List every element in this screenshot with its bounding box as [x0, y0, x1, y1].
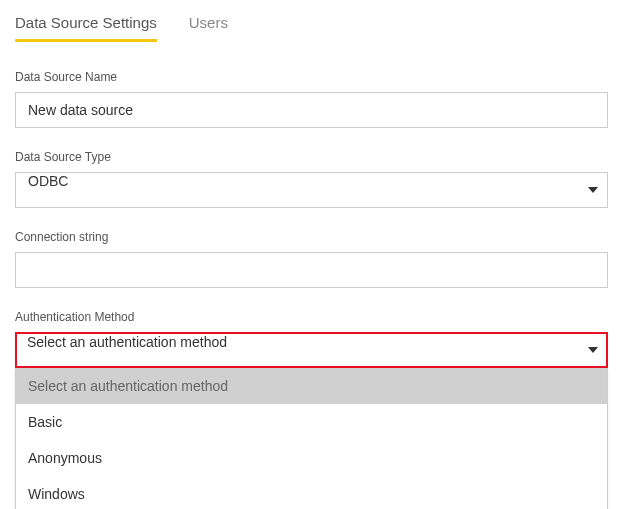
select-data-source-type[interactable]: ODBC	[15, 172, 608, 208]
auth-dropdown-panel: Select an authentication method Basic An…	[15, 368, 608, 509]
field-group-type: Data Source Type ODBC	[15, 150, 608, 208]
tab-data-source-settings[interactable]: Data Source Settings	[15, 8, 157, 42]
label-data-source-name: Data Source Name	[15, 70, 608, 84]
field-group-auth: Authentication Method Select an authenti…	[15, 310, 608, 509]
input-data-source-name[interactable]	[15, 92, 608, 128]
auth-option-basic[interactable]: Basic	[16, 404, 607, 440]
label-data-source-type: Data Source Type	[15, 150, 608, 164]
select-wrap-type: ODBC	[15, 172, 608, 208]
field-group-connection: Connection string	[15, 230, 608, 288]
select-wrap-auth: Select an authentication method	[15, 332, 608, 368]
field-group-name: Data Source Name	[15, 70, 608, 128]
label-connection-string: Connection string	[15, 230, 608, 244]
tab-users[interactable]: Users	[189, 8, 228, 42]
tab-bar: Data Source Settings Users	[15, 8, 608, 42]
auth-option-anonymous[interactable]: Anonymous	[16, 440, 607, 476]
auth-option-windows[interactable]: Windows	[16, 476, 607, 509]
auth-option-placeholder[interactable]: Select an authentication method	[16, 368, 607, 404]
label-authentication-method: Authentication Method	[15, 310, 608, 324]
input-connection-string[interactable]	[15, 252, 608, 288]
select-authentication-method[interactable]: Select an authentication method	[15, 332, 608, 368]
